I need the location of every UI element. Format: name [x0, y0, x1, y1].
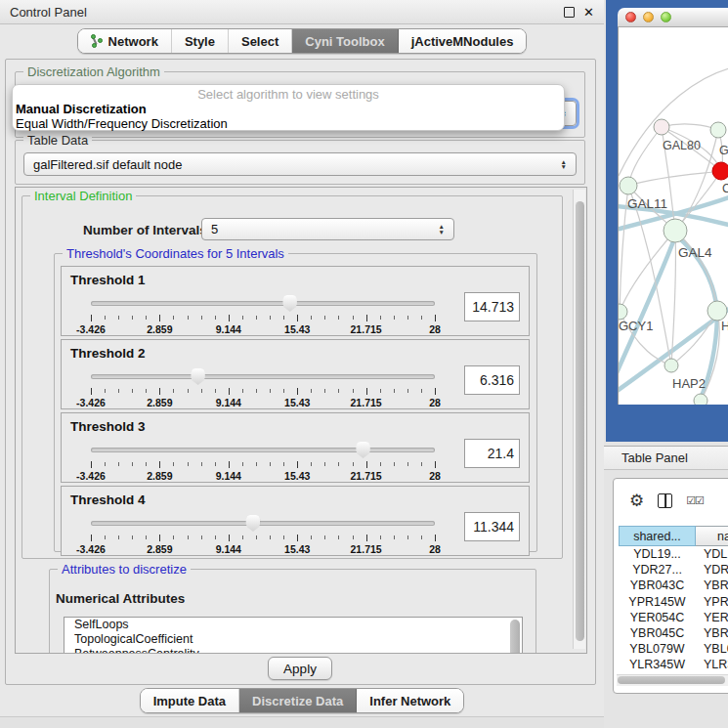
tick-mark — [435, 461, 436, 468]
tick-label: -3.426 — [76, 397, 106, 408]
tick-mark — [353, 389, 354, 393]
table-data-group-title: Table Data — [23, 133, 92, 148]
cell-shared-name: YDR27... — [619, 562, 696, 578]
cell-shared-name: YBL079W — [619, 641, 696, 657]
slider-track[interactable] — [91, 521, 435, 526]
close-traffic-light-icon[interactable] — [625, 12, 636, 22]
scrollbar-thumb[interactable] — [618, 676, 725, 684]
threshold-slider[interactable]: -3.4262.8599.14415.4321.71528 — [91, 299, 435, 334]
table-row[interactable]: YER054CYER0 — [619, 610, 728, 625]
table-header-name[interactable]: na — [696, 526, 728, 546]
tick-mark — [407, 535, 408, 539]
top-tab-row: NetworkStyleSelectCyni ToolboxjActiveMNo… — [0, 28, 604, 55]
network-window-titlebar[interactable] — [618, 8, 728, 27]
slider-thumb-icon[interactable] — [282, 295, 297, 312]
table-horizontal-scrollbar[interactable] — [617, 674, 728, 686]
tab-network[interactable]: Network — [78, 29, 172, 53]
zoom-traffic-light-icon[interactable] — [661, 12, 671, 22]
tick-mark — [407, 462, 408, 466]
select-columns-checkboxes-icon[interactable]: ☑☑ — [686, 494, 704, 507]
attribute-list-item[interactable]: BetweennessCentrality — [64, 647, 522, 654]
tab-label-network: Network — [108, 34, 158, 49]
network-node[interactable] — [694, 394, 707, 405]
tick-mark — [132, 316, 133, 320]
tick-mark — [132, 535, 133, 539]
close-icon[interactable]: ✕ — [583, 6, 594, 19]
slider-track[interactable] — [91, 374, 435, 379]
table-row[interactable]: YBR043CYBR0 — [619, 578, 728, 593]
float-window-icon[interactable] — [564, 7, 575, 18]
tick-mark — [297, 315, 298, 321]
tick-mark — [324, 389, 325, 393]
table-panel-titlebar: Table Panel — [604, 446, 728, 470]
threshold-slider[interactable]: -3.4262.8599.14415.4321.71528 — [91, 446, 435, 481]
bottom-tab-infer-network[interactable]: Infer Network — [357, 689, 463, 712]
tick-mark — [242, 462, 243, 466]
slider-ticks — [91, 315, 435, 322]
bottom-tab-impute-data[interactable]: Impute Data — [141, 689, 239, 712]
tab-select[interactable]: Select — [229, 29, 292, 53]
tab-cyni-toolbox[interactable]: Cyni Toolbox — [292, 29, 398, 53]
slider-thumb-icon[interactable] — [191, 368, 205, 385]
network-node-gcy1[interactable] — [619, 304, 627, 320]
threshold-row: Threshold 4-3.4262.8599.14415.4321.71528… — [61, 486, 530, 556]
table-data-combo[interactable]: galFiltered.sif default node ▲▼ — [23, 152, 577, 176]
panel-title: Control Panel — [10, 5, 87, 20]
minimize-traffic-light-icon[interactable] — [643, 12, 654, 22]
cell-name: YBR0 — [696, 578, 728, 593]
scrollbar-thumb[interactable] — [576, 201, 584, 641]
tab-style[interactable]: Style — [172, 29, 229, 53]
slider-track[interactable] — [91, 448, 435, 452]
table-row[interactable]: YDR27...YDR2 — [619, 562, 728, 578]
network-node-c[interactable] — [712, 162, 728, 180]
threshold-value-field[interactable]: 14.713 — [464, 292, 520, 321]
tick-mark — [146, 462, 147, 466]
attribute-list-item[interactable]: TopologicalCoefficient — [64, 632, 522, 647]
node-label-gal11: GAL11 — [627, 196, 667, 211]
threshold-slider[interactable]: -3.4262.8599.14415.4321.71528 — [91, 519, 435, 554]
dropdown-option-manual-discretization[interactable]: Manual Discretization — [13, 102, 564, 116]
right-column: GAL80GACGAL11GAL4GCY1HHAP2 Table Panel ⚙… — [604, 0, 728, 728]
network-node-ga[interactable] — [710, 122, 726, 138]
tick-mark — [229, 388, 230, 395]
table-row[interactable]: YLR345WYLR3 — [619, 657, 728, 672]
table-header-shared-name[interactable]: shared... — [619, 526, 696, 546]
table-row[interactable]: YPR145WYPR1 — [619, 594, 728, 610]
threshold-value-field[interactable]: 21.4 — [464, 439, 520, 468]
slider-track[interactable] — [91, 301, 435, 306]
numerical-attributes-list[interactable]: SelfLoopsTopologicalCoefficientBetweenne… — [64, 617, 523, 654]
table-row[interactable]: YBL079WYBL0 — [619, 641, 728, 657]
table-row[interactable]: YBR045CYBR0 — [619, 625, 728, 641]
slider-thumb-icon[interactable] — [356, 442, 370, 458]
network-node-h[interactable] — [707, 301, 727, 321]
tick-mark — [105, 462, 106, 466]
network-node-hap2[interactable] — [664, 359, 678, 372]
dropdown-option-equal-width-frequency-discretization[interactable]: Equal Width/Frequency Discretization — [13, 116, 564, 131]
tab-label-select: Select — [241, 34, 278, 49]
number-of-intervals-label: Number of Intervals — [83, 223, 207, 237]
network-node-gal80[interactable] — [654, 119, 669, 135]
attribute-list-item[interactable]: SelfLoops — [64, 618, 522, 632]
network-node-gal4[interactable] — [664, 219, 687, 242]
columns-icon[interactable] — [658, 493, 672, 508]
tab-jactivemnodules[interactable]: jActiveMNodules — [399, 29, 527, 53]
threshold-slider[interactable]: -3.4262.8599.14415.4321.71528 — [91, 372, 435, 407]
threshold-value-field[interactable]: 11.344 — [464, 512, 520, 541]
tick-mark — [242, 535, 243, 539]
apply-button[interactable]: Apply — [268, 657, 332, 680]
number-of-intervals-combo[interactable]: 5 ▲▼ — [201, 218, 454, 240]
slider-thumb-icon[interactable] — [245, 515, 260, 532]
gear-icon[interactable]: ⚙ — [629, 492, 644, 509]
threshold-row: Threshold 3-3.4262.8599.14415.4321.71528… — [61, 412, 530, 483]
table-row[interactable]: YDL19...YDL1 — [619, 546, 728, 562]
tick-mark — [159, 315, 160, 321]
threshold-label: Threshold 1 — [70, 273, 146, 287]
tick-label: 28 — [429, 543, 441, 555]
network-node-gal11[interactable] — [620, 177, 637, 194]
tick-mark — [380, 316, 381, 320]
bottom-tab-discretize-data[interactable]: Discretize Data — [239, 689, 357, 712]
threshold-value-field[interactable]: 6.316 — [464, 365, 520, 395]
settings-vertical-scrollbar[interactable] — [573, 190, 585, 649]
network-canvas[interactable]: GAL80GACGAL11GAL4GCY1HHAP2 — [618, 27, 728, 405]
list-scrollbar[interactable] — [510, 620, 520, 654]
